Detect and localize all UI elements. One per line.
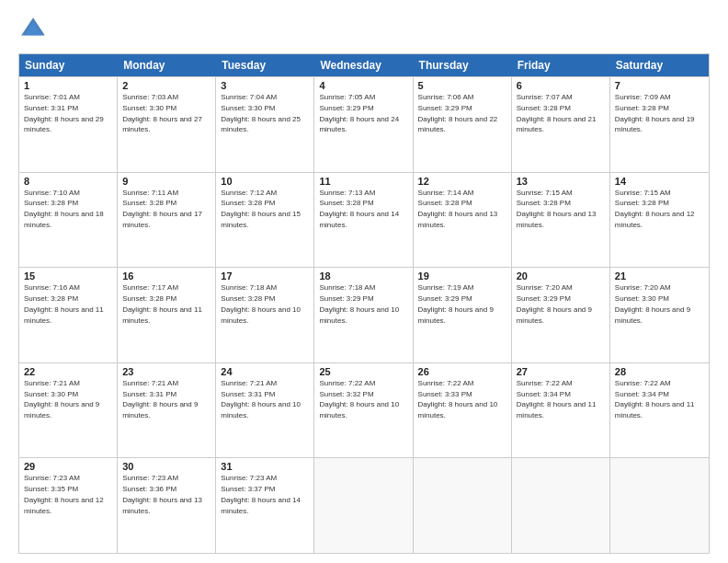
day-number: 10 xyxy=(221,176,309,187)
cell-info: Sunrise: 7:01 AMSunset: 3:31 PMDaylight:… xyxy=(24,93,104,133)
header xyxy=(18,15,710,44)
day-number: 2 xyxy=(122,80,210,91)
calendar-cell: 25Sunrise: 7:22 AMSunset: 3:32 PMDayligh… xyxy=(314,363,413,458)
day-number: 9 xyxy=(122,176,210,187)
day-number: 6 xyxy=(517,80,605,91)
cell-info: Sunrise: 7:03 AMSunset: 3:30 PMDaylight:… xyxy=(122,93,202,133)
calendar-cell: 21Sunrise: 7:20 AMSunset: 3:30 PMDayligh… xyxy=(610,268,709,362)
calendar-cell: 3Sunrise: 7:04 AMSunset: 3:30 PMDaylight… xyxy=(216,77,314,172)
calendar-cell: 16Sunrise: 7:17 AMSunset: 3:28 PMDayligh… xyxy=(118,268,216,362)
calendar-cell: 28Sunrise: 7:22 AMSunset: 3:34 PMDayligh… xyxy=(610,363,709,458)
cell-info: Sunrise: 7:23 AMSunset: 3:35 PMDaylight:… xyxy=(24,474,104,514)
day-number: 26 xyxy=(418,366,506,377)
calendar-cell: 31Sunrise: 7:23 AMSunset: 3:37 PMDayligh… xyxy=(216,458,314,553)
calendar-cell: 8Sunrise: 7:10 AMSunset: 3:28 PMDaylight… xyxy=(19,173,118,268)
day-number: 7 xyxy=(615,80,704,91)
calendar-cell: 23Sunrise: 7:21 AMSunset: 3:31 PMDayligh… xyxy=(118,363,216,458)
cell-info: Sunrise: 7:10 AMSunset: 3:28 PMDaylight:… xyxy=(24,189,104,229)
day-number: 24 xyxy=(221,366,309,377)
day-number: 19 xyxy=(418,270,506,282)
calendar-cell: 12Sunrise: 7:14 AMSunset: 3:28 PMDayligh… xyxy=(414,173,512,268)
cell-info: Sunrise: 7:21 AMSunset: 3:30 PMDaylight:… xyxy=(24,379,99,419)
calendar-cell: 6Sunrise: 7:07 AMSunset: 3:28 PMDaylight… xyxy=(512,77,610,172)
day-number: 5 xyxy=(418,80,506,91)
cell-info: Sunrise: 7:09 AMSunset: 3:28 PMDaylight:… xyxy=(615,93,695,133)
weekday-header: Sunday xyxy=(19,54,118,76)
cell-info: Sunrise: 7:23 AMSunset: 3:37 PMDaylight:… xyxy=(221,474,301,514)
cell-info: Sunrise: 7:14 AMSunset: 3:28 PMDaylight:… xyxy=(418,189,498,229)
day-number: 4 xyxy=(319,80,407,91)
day-number: 20 xyxy=(517,270,605,282)
calendar-row: 8Sunrise: 7:10 AMSunset: 3:28 PMDaylight… xyxy=(19,172,709,268)
calendar-cell: 14Sunrise: 7:15 AMSunset: 3:28 PMDayligh… xyxy=(610,173,709,268)
day-number: 16 xyxy=(122,270,210,282)
cell-info: Sunrise: 7:15 AMSunset: 3:28 PMDaylight:… xyxy=(615,189,695,229)
weekday-header: Wednesday xyxy=(314,54,413,76)
calendar-cell: 30Sunrise: 7:23 AMSunset: 3:36 PMDayligh… xyxy=(118,458,216,553)
cell-info: Sunrise: 7:16 AMSunset: 3:28 PMDaylight:… xyxy=(24,283,104,324)
cell-info: Sunrise: 7:11 AMSunset: 3:28 PMDaylight:… xyxy=(122,189,202,229)
calendar-row: 15Sunrise: 7:16 AMSunset: 3:28 PMDayligh… xyxy=(19,267,709,362)
day-number: 30 xyxy=(122,461,210,472)
calendar-cell: 5Sunrise: 7:06 AMSunset: 3:29 PMDaylight… xyxy=(414,77,512,172)
calendar-cell: 19Sunrise: 7:19 AMSunset: 3:29 PMDayligh… xyxy=(414,268,512,362)
cell-info: Sunrise: 7:22 AMSunset: 3:34 PMDaylight:… xyxy=(615,379,695,419)
cell-info: Sunrise: 7:22 AMSunset: 3:33 PMDaylight:… xyxy=(418,379,498,419)
calendar-cell: 27Sunrise: 7:22 AMSunset: 3:34 PMDayligh… xyxy=(512,363,610,458)
day-number: 27 xyxy=(517,366,605,377)
weekday-header: Saturday xyxy=(610,54,709,76)
cell-info: Sunrise: 7:18 AMSunset: 3:28 PMDaylight:… xyxy=(221,283,301,324)
day-number: 12 xyxy=(418,176,506,187)
cell-info: Sunrise: 7:22 AMSunset: 3:34 PMDaylight:… xyxy=(517,379,597,419)
cell-info: Sunrise: 7:20 AMSunset: 3:30 PMDaylight:… xyxy=(615,283,690,324)
day-number: 1 xyxy=(24,80,112,91)
calendar-cell: 1Sunrise: 7:01 AMSunset: 3:31 PMDaylight… xyxy=(19,77,118,172)
cell-info: Sunrise: 7:12 AMSunset: 3:28 PMDaylight:… xyxy=(221,189,301,229)
day-number: 11 xyxy=(319,176,407,187)
cell-info: Sunrise: 7:22 AMSunset: 3:32 PMDaylight:… xyxy=(319,379,399,419)
calendar-cell: 26Sunrise: 7:22 AMSunset: 3:33 PMDayligh… xyxy=(414,363,512,458)
calendar-cell xyxy=(414,458,512,553)
cell-info: Sunrise: 7:17 AMSunset: 3:28 PMDaylight:… xyxy=(122,283,202,324)
cell-info: Sunrise: 7:04 AMSunset: 3:30 PMDaylight:… xyxy=(221,93,301,133)
day-number: 21 xyxy=(615,270,704,282)
weekday-header: Friday xyxy=(512,54,610,76)
day-number: 8 xyxy=(24,176,112,187)
calendar-cell: 4Sunrise: 7:05 AMSunset: 3:29 PMDaylight… xyxy=(314,77,413,172)
calendar-cell xyxy=(314,458,413,553)
calendar-cell: 20Sunrise: 7:20 AMSunset: 3:29 PMDayligh… xyxy=(512,268,610,362)
cell-info: Sunrise: 7:21 AMSunset: 3:31 PMDaylight:… xyxy=(122,379,198,419)
calendar-cell: 18Sunrise: 7:18 AMSunset: 3:29 PMDayligh… xyxy=(314,268,413,362)
calendar-cell: 15Sunrise: 7:16 AMSunset: 3:28 PMDayligh… xyxy=(19,268,118,362)
cell-info: Sunrise: 7:05 AMSunset: 3:29 PMDaylight:… xyxy=(319,93,399,133)
cell-info: Sunrise: 7:19 AMSunset: 3:29 PMDaylight:… xyxy=(418,283,494,324)
day-number: 25 xyxy=(319,366,407,377)
cell-info: Sunrise: 7:13 AMSunset: 3:28 PMDaylight:… xyxy=(319,189,399,229)
calendar-cell: 24Sunrise: 7:21 AMSunset: 3:31 PMDayligh… xyxy=(216,363,314,458)
cell-info: Sunrise: 7:18 AMSunset: 3:29 PMDaylight:… xyxy=(319,283,399,324)
cell-info: Sunrise: 7:21 AMSunset: 3:31 PMDaylight:… xyxy=(221,379,301,419)
calendar-cell: 7Sunrise: 7:09 AMSunset: 3:28 PMDaylight… xyxy=(610,77,709,172)
day-number: 13 xyxy=(517,176,605,187)
day-number: 18 xyxy=(319,270,407,282)
cell-info: Sunrise: 7:23 AMSunset: 3:36 PMDaylight:… xyxy=(122,474,202,514)
calendar-body: 1Sunrise: 7:01 AMSunset: 3:31 PMDaylight… xyxy=(19,76,709,553)
logo xyxy=(18,15,51,44)
calendar-cell: 17Sunrise: 7:18 AMSunset: 3:28 PMDayligh… xyxy=(216,268,314,362)
weekday-header: Monday xyxy=(118,54,216,76)
day-number: 14 xyxy=(615,176,704,187)
day-number: 17 xyxy=(221,270,309,282)
cell-info: Sunrise: 7:15 AMSunset: 3:28 PMDaylight:… xyxy=(517,189,597,229)
day-number: 29 xyxy=(24,461,112,472)
cell-info: Sunrise: 7:06 AMSunset: 3:29 PMDaylight:… xyxy=(418,93,498,133)
calendar-cell xyxy=(512,458,610,553)
calendar-row: 29Sunrise: 7:23 AMSunset: 3:35 PMDayligh… xyxy=(19,457,709,553)
day-number: 23 xyxy=(122,366,210,377)
day-number: 31 xyxy=(221,461,309,472)
calendar-cell: 2Sunrise: 7:03 AMSunset: 3:30 PMDaylight… xyxy=(118,77,216,172)
day-number: 15 xyxy=(24,270,112,282)
calendar-cell: 11Sunrise: 7:13 AMSunset: 3:28 PMDayligh… xyxy=(314,173,413,268)
cell-info: Sunrise: 7:07 AMSunset: 3:28 PMDaylight:… xyxy=(517,93,597,133)
logo-icon xyxy=(18,15,48,44)
cell-info: Sunrise: 7:20 AMSunset: 3:29 PMDaylight:… xyxy=(517,283,592,324)
